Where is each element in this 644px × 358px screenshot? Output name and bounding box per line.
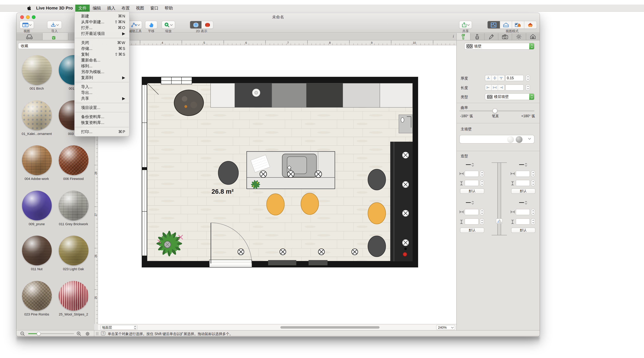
thickness-input[interactable] xyxy=(505,75,524,81)
height-input-tr[interactable] xyxy=(516,180,530,186)
width-stepper-tl[interactable] xyxy=(480,171,484,177)
file-menu-item[interactable]: 关闭 ⌘W xyxy=(75,40,129,46)
floor-select[interactable]: 地面层 xyxy=(100,325,138,330)
wall-type-select[interactable]: 楼层墙壁 xyxy=(485,93,534,100)
width-input-tl[interactable] xyxy=(465,171,479,177)
scrollbar-thumb[interactable] xyxy=(280,326,380,329)
material-swatch[interactable]: 004 Adobe-work xyxy=(18,145,55,180)
default-button-bl[interactable]: 默认 xyxy=(460,228,484,233)
height-stepper-br[interactable] xyxy=(531,218,535,224)
bottom-wall-cabinet[interactable] xyxy=(268,260,296,265)
material-swatch[interactable]: 25_Wool_Stripes_2 xyxy=(55,281,92,316)
zoom-in-icon[interactable] xyxy=(76,332,81,336)
default-button-tr[interactable]: 默认 xyxy=(511,188,535,194)
width-stepper-br[interactable] xyxy=(531,209,535,215)
view-button[interactable] xyxy=(20,21,34,29)
swatch-size-slider[interactable] xyxy=(28,333,74,334)
width-input-tr[interactable] xyxy=(516,171,530,177)
file-menu-item[interactable] xyxy=(75,126,129,129)
furniture-library-tab[interactable] xyxy=(16,33,42,40)
drag-handle[interactable] xyxy=(96,332,98,335)
file-menu-item[interactable]: 项目设置... xyxy=(75,105,129,110)
file-menu-item[interactable]: 存储... ⌘S xyxy=(75,46,129,52)
gear-icon[interactable] xyxy=(85,332,90,336)
tab-edit[interactable] xyxy=(484,33,498,40)
elevation-view-segment[interactable] xyxy=(500,21,512,28)
file-menu-item[interactable]: 另存为模板... xyxy=(75,69,129,75)
materials-library-tab[interactable] xyxy=(42,33,68,40)
file-menu-item[interactable]: 复原到 ▶ xyxy=(75,75,129,80)
2d-colored-view-segment[interactable] xyxy=(190,21,202,28)
menu-item[interactable]: 插入 xyxy=(104,4,118,12)
wall-cabinet-run[interactable] xyxy=(390,142,412,261)
material-swatch[interactable]: 023 Light Oak xyxy=(55,236,92,271)
width-input-bl[interactable] xyxy=(465,209,479,215)
round-table[interactable] xyxy=(174,90,204,116)
material-swatch[interactable]: 023 Pine Rombs xyxy=(18,281,55,316)
tab-dimensions[interactable] xyxy=(457,33,470,40)
height-stepper-bl[interactable] xyxy=(480,218,484,224)
mirror-button[interactable] xyxy=(496,218,502,224)
menu-item[interactable]: 窗口 xyxy=(147,4,162,12)
tab-light[interactable] xyxy=(512,33,526,40)
tab-materials[interactable] xyxy=(470,33,484,40)
slider-knob[interactable] xyxy=(37,332,41,336)
file-menu-item[interactable]: 移到... xyxy=(75,63,129,69)
menu-item[interactable]: 布置 xyxy=(118,4,133,12)
file-menu-item[interactable]: 从库中新建... ⇧⌘N xyxy=(75,19,129,25)
zoom-level-select[interactable]: 240% xyxy=(436,325,455,330)
extend-right-segment[interactable] xyxy=(498,85,504,90)
width-stepper-tr[interactable] xyxy=(531,171,535,177)
menu-item[interactable]: 编辑 xyxy=(90,4,104,12)
floor-plan-view-segment[interactable] xyxy=(488,21,500,28)
height-input-bl[interactable] xyxy=(465,218,479,224)
import-button[interactable] xyxy=(47,21,62,29)
help-icon[interactable]: ? xyxy=(101,332,105,335)
zoom-tool-button[interactable] xyxy=(162,21,175,29)
material-swatch[interactable]: 011 Nut xyxy=(18,236,55,271)
edge-style-control-br[interactable] xyxy=(519,201,530,204)
file-menu-item[interactable]: 打开... ⌘O xyxy=(75,25,129,30)
extend-left-segment[interactable] xyxy=(485,85,492,90)
bottom-wall-cabinet[interactable] xyxy=(308,260,328,265)
zoom-out-icon[interactable] xyxy=(20,332,25,336)
file-menu-item[interactable]: 复制 ⇧⌘S xyxy=(75,52,129,57)
3d-view-segment[interactable] xyxy=(524,21,536,28)
menu-item[interactable]: 视图 xyxy=(133,4,147,12)
main-wall-material-select[interactable] xyxy=(460,135,534,144)
file-menu-item[interactable]: 打印... ⌘P xyxy=(75,129,129,135)
file-menu-item[interactable] xyxy=(75,80,129,84)
file-menu-item[interactable] xyxy=(75,110,129,114)
curvature-slider[interactable] xyxy=(460,110,534,112)
tab-camera[interactable] xyxy=(498,33,512,40)
edge-style-control-tl[interactable] xyxy=(466,163,476,166)
material-swatch[interactable]: 001 Birch xyxy=(18,55,55,90)
edge-style-control-tr[interactable] xyxy=(519,163,530,166)
info-icon[interactable]: i xyxy=(453,34,454,39)
material-swatch[interactable]: 01_Kalei...ornament xyxy=(18,100,55,136)
helper-tools-button[interactable] xyxy=(128,21,142,29)
file-menu-item[interactable]: 重新命名... xyxy=(75,57,129,63)
window-top-wall[interactable] xyxy=(161,77,192,84)
file-menu-item[interactable] xyxy=(75,101,129,105)
pan-button[interactable] xyxy=(145,21,157,29)
edge-style-control-bl[interactable] xyxy=(466,201,476,204)
height-stepper-tl[interactable] xyxy=(480,180,484,186)
tab-building[interactable] xyxy=(526,33,540,40)
file-menu-item[interactable]: 备份资料库... xyxy=(75,114,129,120)
file-menu-item[interactable]: 打开最近项目 ▶ xyxy=(75,30,129,36)
default-button-tl[interactable]: 默认 xyxy=(460,188,484,194)
windows-left-wall[interactable] xyxy=(142,85,147,256)
align-bottom-segment[interactable] xyxy=(498,75,504,81)
thickness-stepper[interactable] xyxy=(526,75,530,81)
default-button-br[interactable]: 默认 xyxy=(511,228,535,233)
slider-knob[interactable] xyxy=(492,108,498,113)
object-type-select[interactable]: 墙壁 xyxy=(464,43,534,50)
horizontal-scrollbar[interactable] xyxy=(141,326,435,329)
extend-both-segment[interactable] xyxy=(492,85,498,90)
share-button[interactable] xyxy=(459,21,472,29)
align-top-segment[interactable] xyxy=(485,75,492,81)
file-menu-item[interactable]: 导入... xyxy=(75,84,129,90)
select-stepper[interactable] xyxy=(529,93,534,100)
width-input-br[interactable] xyxy=(516,209,530,215)
